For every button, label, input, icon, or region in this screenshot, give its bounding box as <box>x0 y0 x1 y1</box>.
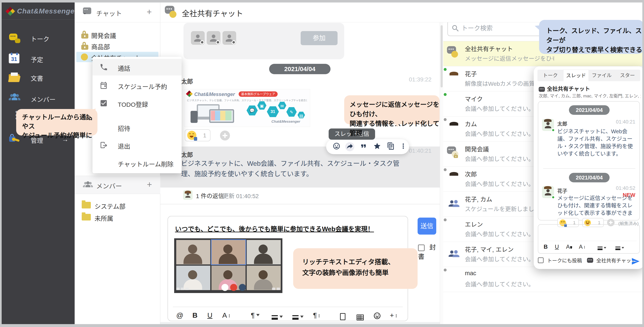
folder-icon <box>82 202 91 209</box>
app-logo-text: Chat&Messenger <box>17 7 78 15</box>
lock-icon <box>81 41 88 50</box>
main-scrollbar[interactable] <box>440 2 443 324</box>
smiley-thumbs-up-icon <box>187 131 196 140</box>
toolbar-divider <box>173 307 403 307</box>
ordered-list-icon[interactable] <box>272 313 283 321</box>
menu-item-call[interactable]: 通話 <box>92 59 182 75</box>
thread-panel: トーク スレッド ファイル スター 全社共有チャット 次郎, マイ, カム, 三… <box>534 66 642 269</box>
bold-icon[interactable]: B <box>544 244 548 250</box>
bullet-list-icon[interactable] <box>292 313 304 321</box>
reply-updated-time: 更新 01:40:52 <box>223 191 259 200</box>
logo-diamond-icon <box>6 7 14 16</box>
font-size-icon[interactable]: A <box>579 244 586 250</box>
reaction-chip-thumbs-up[interactable]: 1 <box>185 129 210 141</box>
paragraph-format-icon[interactable]: ¶ <box>251 311 260 319</box>
room-item-dev-meeting[interactable]: 開発会議 <box>76 29 158 40</box>
menu-item-todo[interactable]: TODO登録 <box>92 95 182 111</box>
compose-title-text[interactable]: いつでも、どこでも、後からでも簡単に参加できるWeb会議を実現！ <box>175 224 374 233</box>
send-button[interactable]: 送信 <box>418 218 436 235</box>
app-frame: Chat&Messenger トーク 31 予定 文書 メンバー ••• 管理 … <box>2 2 642 324</box>
callout-rich-text: リッチテキストエディタ搭載、 文字の装飾や画像添付も簡単 <box>293 248 418 289</box>
quote-icon[interactable] <box>359 142 368 151</box>
menu-item-schedule[interactable]: スケジュール予約 <box>92 77 182 94</box>
banner-badge: 基本無料グループウェア <box>239 91 278 97</box>
star-icon[interactable] <box>372 142 382 151</box>
bullet-list-icon[interactable] <box>616 245 624 251</box>
avatar-taro <box>542 119 554 131</box>
message-author: 太郎 <box>181 77 193 85</box>
insert-table-icon[interactable] <box>357 313 364 321</box>
member-folder-system[interactable]: システム部 <box>76 201 158 211</box>
more-actions-icon[interactable] <box>399 142 408 151</box>
list-item-mac[interactable]: mac 会議へ参加してください。 <box>443 267 642 292</box>
mic-button <box>222 284 228 291</box>
date-chip: 2021/04/04 <box>569 173 610 182</box>
more-insert-icon[interactable]: + <box>390 311 398 319</box>
attached-banner-image[interactable]: Chat&Messenger 基本無料グループウェア ビジネスチャット、テレビ会… <box>184 89 310 127</box>
callout-room-menu: チャットルームから通話やス ケジュール予約が簡単に <box>16 109 98 136</box>
sidebar-item-documents[interactable]: 文書 <box>2 71 75 84</box>
sealed-message-option[interactable]: 封書 <box>418 242 440 261</box>
copy-icon[interactable] <box>386 142 396 151</box>
add-member-button[interactable]: + <box>147 180 152 190</box>
attach-file-icon[interactable] <box>340 312 346 320</box>
sidebar-item-talk[interactable]: トーク <box>2 31 75 44</box>
thread-send-icon[interactable] <box>631 257 640 266</box>
add-chat-room-button[interactable]: + <box>146 7 152 17</box>
tab-thread[interactable]: スレッド <box>563 70 589 81</box>
folder-icon <box>82 214 91 221</box>
mention-icon[interactable]: @ <box>176 311 184 319</box>
member-folder-unassigned[interactable]: 未所属 <box>76 213 158 223</box>
attached-meeting-image[interactable] <box>174 238 282 293</box>
banner-logo-icon <box>186 91 192 97</box>
paragraph-options-icon[interactable]: ¶ <box>313 311 322 319</box>
message-time: 01:39:22 <box>409 76 432 83</box>
tab-file[interactable]: ファイル <box>589 70 614 81</box>
menu-item-invite[interactable]: 招待 <box>92 119 182 136</box>
message-author: 花子 <box>557 187 567 194</box>
tab-star[interactable]: スター <box>614 70 640 81</box>
calendar-31-icon: 31 <box>9 53 20 63</box>
thread-reply-icon[interactable] <box>345 142 354 151</box>
ordered-list-icon[interactable] <box>598 245 606 251</box>
remove-circle-icon <box>100 159 108 167</box>
exit-icon <box>100 141 108 149</box>
divider <box>160 204 440 204</box>
post-to-talk-checkbox[interactable] <box>538 257 544 263</box>
menu-item-delete-room[interactable]: チャットルーム削除 <box>92 155 182 171</box>
phone-icon <box>100 63 108 71</box>
underline-icon[interactable]: U <box>555 244 559 250</box>
tab-talk[interactable]: トーク <box>538 70 563 81</box>
sidebar: Chat&Messenger トーク 31 予定 文書 メンバー ••• 管理 … <box>2 2 75 324</box>
join-call-button[interactable]: 参加 <box>301 31 338 45</box>
room-context-menu: 通話 スケジュール予約 TODO登録 招待 退出 チャットルーム削除 <box>92 57 182 173</box>
thread-footer: トークにも投稿 全社共有チャット <box>538 257 640 267</box>
divider <box>543 168 635 169</box>
chat-list-icon <box>83 7 91 14</box>
members-icon <box>9 92 20 104</box>
font-style-icon[interactable]: A <box>222 311 232 319</box>
font-color-icon[interactable]: A <box>566 244 572 250</box>
thread-compose-box[interactable]: B U A A <box>538 224 640 254</box>
emoji-picker-icon[interactable] <box>373 311 381 320</box>
camera-button <box>239 284 246 291</box>
reply-count[interactable]: 1 件の返信 <box>196 191 224 200</box>
participant-avatar <box>222 31 236 45</box>
emoji-react-icon[interactable] <box>332 142 341 151</box>
yellow-presence-dot <box>81 53 88 60</box>
sidebar-item-schedule[interactable]: 31 予定 <box>2 52 75 65</box>
sidebar-item-members[interactable]: メンバー <box>2 92 75 105</box>
callout-tabs-search: トーク、スレッド、ファイル、スターが タブ切り替えで素早く検索できる <box>539 20 642 54</box>
reply-author-avatar <box>183 190 192 200</box>
seal-checkbox[interactable] <box>418 245 425 251</box>
folder-docs-icon <box>9 71 20 83</box>
bold-icon[interactable]: B <box>192 311 198 319</box>
app-logo: Chat&Messenger <box>2 2 75 19</box>
underline-icon[interactable]: U <box>207 311 212 319</box>
add-reaction-button[interactable] <box>220 131 230 140</box>
menu-item-leave[interactable]: 退出 <box>92 137 182 153</box>
callout-thread-manage: メッセージに返信メッセージをひも付け、 関連する情報をスレッド化して管理 <box>344 95 440 124</box>
members-section-icon <box>83 181 93 188</box>
room-item-product-dept[interactable]: 商品部 <box>76 41 158 51</box>
hangup-button <box>230 284 237 291</box>
